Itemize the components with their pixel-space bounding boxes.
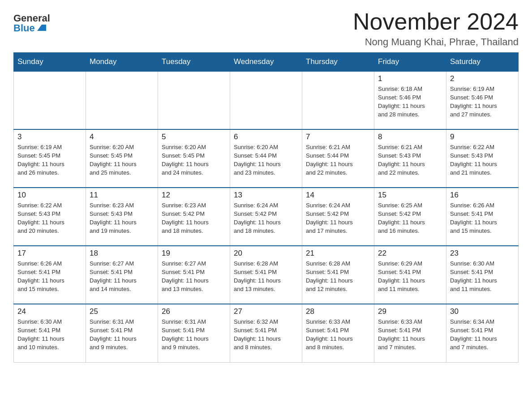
day-info: Sunrise: 6:22 AMSunset: 5:43 PMDaylight:… — [17, 201, 82, 235]
day-number: 13 — [234, 191, 298, 200]
day-info: Sunrise: 6:33 AMSunset: 5:41 PMDaylight:… — [378, 318, 442, 351]
calendar-day-cell: 17Sunrise: 6:26 AMSunset: 5:41 PMDayligh… — [14, 246, 86, 304]
day-info: Sunrise: 6:33 AMSunset: 5:41 PMDaylight:… — [306, 318, 370, 351]
day-number: 9 — [450, 133, 515, 141]
calendar-day-cell: 8Sunrise: 6:21 AMSunset: 5:43 PMDaylight… — [374, 129, 446, 188]
month-title: November 2024 — [353, 9, 519, 34]
day-info: Sunrise: 6:20 AMSunset: 5:44 PMDaylight:… — [234, 143, 298, 177]
day-number: 4 — [90, 133, 154, 141]
day-info: Sunrise: 6:31 AMSunset: 5:41 PMDaylight:… — [90, 318, 154, 351]
day-of-week-header: Tuesday — [158, 53, 230, 72]
day-of-week-header: Wednesday — [230, 53, 302, 72]
day-number: 25 — [90, 307, 154, 316]
calendar-week-row: 3Sunrise: 6:19 AMSunset: 5:45 PMDaylight… — [14, 129, 519, 188]
day-number: 3 — [17, 133, 82, 141]
page-header: General Blue November 2024 Nong Muang Kh… — [13, 9, 519, 48]
calendar-day-cell: 23Sunrise: 6:30 AMSunset: 5:41 PMDayligh… — [446, 246, 519, 304]
day-info: Sunrise: 6:22 AMSunset: 5:43 PMDaylight:… — [450, 143, 515, 177]
calendar-day-cell: 19Sunrise: 6:27 AMSunset: 5:41 PMDayligh… — [158, 246, 230, 304]
day-info: Sunrise: 6:30 AMSunset: 5:41 PMDaylight:… — [17, 318, 82, 351]
logo-general-text: General — [13, 13, 50, 23]
day-info: Sunrise: 6:23 AMSunset: 5:42 PMDaylight:… — [162, 201, 226, 235]
calendar-day-cell: 11Sunrise: 6:23 AMSunset: 5:43 PMDayligh… — [86, 188, 158, 246]
day-number: 21 — [306, 249, 370, 258]
calendar-day-cell: 18Sunrise: 6:27 AMSunset: 5:41 PMDayligh… — [86, 246, 158, 304]
logo-blue-text: Blue — [13, 23, 46, 33]
day-number: 5 — [162, 133, 226, 141]
day-number: 26 — [162, 307, 226, 316]
day-info: Sunrise: 6:27 AMSunset: 5:41 PMDaylight:… — [162, 260, 226, 293]
calendar-day-cell — [14, 71, 86, 129]
day-of-week-header: Friday — [374, 53, 446, 72]
day-info: Sunrise: 6:31 AMSunset: 5:41 PMDaylight:… — [162, 318, 226, 351]
day-info: Sunrise: 6:24 AMSunset: 5:42 PMDaylight:… — [234, 201, 298, 235]
day-number: 24 — [17, 307, 82, 316]
calendar-day-cell: 29Sunrise: 6:33 AMSunset: 5:41 PMDayligh… — [374, 304, 446, 362]
day-number: 17 — [17, 249, 82, 258]
day-number: 28 — [306, 307, 370, 316]
day-of-week-header: Saturday — [446, 53, 519, 72]
calendar-day-cell: 10Sunrise: 6:22 AMSunset: 5:43 PMDayligh… — [14, 188, 86, 246]
day-number: 23 — [450, 249, 515, 258]
calendar-day-cell — [302, 71, 374, 129]
day-info: Sunrise: 6:21 AMSunset: 5:44 PMDaylight:… — [306, 143, 370, 177]
day-info: Sunrise: 6:19 AMSunset: 5:45 PMDaylight:… — [17, 143, 82, 177]
day-info: Sunrise: 6:19 AMSunset: 5:46 PMDaylight:… — [450, 85, 515, 119]
day-of-week-header: Monday — [86, 53, 158, 72]
calendar-table: SundayMondayTuesdayWednesdayThursdayFrid… — [13, 52, 519, 363]
day-number: 29 — [378, 307, 442, 316]
day-number: 2 — [450, 74, 515, 83]
calendar-week-row: 1Sunrise: 6:18 AMSunset: 5:46 PMDaylight… — [14, 71, 519, 129]
calendar-day-cell: 25Sunrise: 6:31 AMSunset: 5:41 PMDayligh… — [86, 304, 158, 362]
day-info: Sunrise: 6:18 AMSunset: 5:46 PMDaylight:… — [378, 85, 442, 119]
calendar-day-cell: 2Sunrise: 6:19 AMSunset: 5:46 PMDaylight… — [446, 71, 519, 129]
day-info: Sunrise: 6:26 AMSunset: 5:41 PMDaylight:… — [17, 260, 82, 293]
day-number: 7 — [306, 133, 370, 141]
calendar-day-cell: 24Sunrise: 6:30 AMSunset: 5:41 PMDayligh… — [14, 304, 86, 362]
title-block: November 2024 Nong Muang Khai, Phrae, Th… — [353, 9, 519, 48]
day-number: 16 — [450, 191, 515, 200]
day-info: Sunrise: 6:29 AMSunset: 5:41 PMDaylight:… — [378, 260, 442, 293]
day-info: Sunrise: 6:20 AMSunset: 5:45 PMDaylight:… — [162, 143, 226, 177]
day-number: 18 — [90, 249, 154, 258]
day-info: Sunrise: 6:28 AMSunset: 5:41 PMDaylight:… — [234, 260, 298, 293]
logo: General Blue — [13, 9, 50, 33]
calendar-day-cell: 16Sunrise: 6:26 AMSunset: 5:41 PMDayligh… — [446, 188, 519, 246]
location-subtitle: Nong Muang Khai, Phrae, Thailand — [353, 36, 519, 48]
day-number: 30 — [450, 307, 515, 316]
day-number: 19 — [162, 249, 226, 258]
calendar-day-cell: 28Sunrise: 6:33 AMSunset: 5:41 PMDayligh… — [302, 304, 374, 362]
calendar-day-cell — [230, 71, 302, 129]
day-info: Sunrise: 6:25 AMSunset: 5:42 PMDaylight:… — [378, 201, 442, 235]
day-of-week-header: Sunday — [14, 53, 86, 72]
calendar-day-cell — [158, 71, 230, 129]
day-info: Sunrise: 6:32 AMSunset: 5:41 PMDaylight:… — [234, 318, 298, 351]
calendar-day-cell: 4Sunrise: 6:20 AMSunset: 5:45 PMDaylight… — [86, 129, 158, 188]
calendar-day-cell: 13Sunrise: 6:24 AMSunset: 5:42 PMDayligh… — [230, 188, 302, 246]
calendar-day-cell: 12Sunrise: 6:23 AMSunset: 5:42 PMDayligh… — [158, 188, 230, 246]
day-of-week-header: Thursday — [302, 53, 374, 72]
day-number: 1 — [378, 74, 442, 83]
day-number: 8 — [378, 133, 442, 141]
calendar-day-cell: 21Sunrise: 6:28 AMSunset: 5:41 PMDayligh… — [302, 246, 374, 304]
calendar-day-cell: 22Sunrise: 6:29 AMSunset: 5:41 PMDayligh… — [374, 246, 446, 304]
calendar-week-row: 10Sunrise: 6:22 AMSunset: 5:43 PMDayligh… — [14, 188, 519, 246]
calendar-day-cell: 15Sunrise: 6:25 AMSunset: 5:42 PMDayligh… — [374, 188, 446, 246]
calendar-week-row: 24Sunrise: 6:30 AMSunset: 5:41 PMDayligh… — [14, 304, 519, 362]
day-number: 20 — [234, 249, 298, 258]
calendar-day-cell: 9Sunrise: 6:22 AMSunset: 5:43 PMDaylight… — [446, 129, 519, 188]
calendar-day-cell: 3Sunrise: 6:19 AMSunset: 5:45 PMDaylight… — [14, 129, 86, 188]
day-info: Sunrise: 6:27 AMSunset: 5:41 PMDaylight:… — [90, 260, 154, 293]
calendar-day-cell: 6Sunrise: 6:20 AMSunset: 5:44 PMDaylight… — [230, 129, 302, 188]
day-number: 14 — [306, 191, 370, 200]
day-info: Sunrise: 6:23 AMSunset: 5:43 PMDaylight:… — [90, 201, 154, 235]
day-number: 10 — [17, 191, 82, 200]
day-info: Sunrise: 6:30 AMSunset: 5:41 PMDaylight:… — [450, 260, 515, 293]
calendar-day-cell: 26Sunrise: 6:31 AMSunset: 5:41 PMDayligh… — [158, 304, 230, 362]
calendar-day-cell: 20Sunrise: 6:28 AMSunset: 5:41 PMDayligh… — [230, 246, 302, 304]
day-number: 27 — [234, 307, 298, 316]
day-info: Sunrise: 6:26 AMSunset: 5:41 PMDaylight:… — [450, 201, 515, 235]
calendar-week-row: 17Sunrise: 6:26 AMSunset: 5:41 PMDayligh… — [14, 246, 519, 304]
day-info: Sunrise: 6:34 AMSunset: 5:41 PMDaylight:… — [450, 318, 515, 351]
calendar-day-cell: 7Sunrise: 6:21 AMSunset: 5:44 PMDaylight… — [302, 129, 374, 188]
